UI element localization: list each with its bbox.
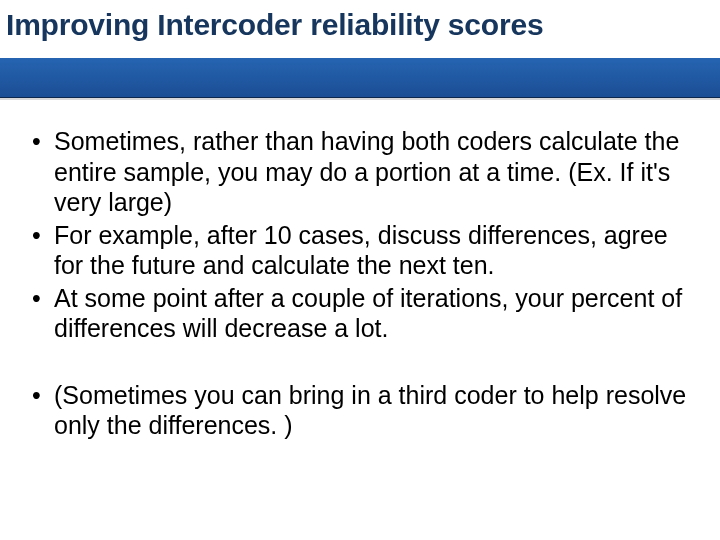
- list-item: At some point after a couple of iteratio…: [26, 283, 694, 344]
- slide-title: Improving Intercoder reliability scores: [6, 8, 543, 42]
- slide: Improving Intercoder reliability scores …: [0, 0, 720, 540]
- list-item: (Sometimes you can bring in a third code…: [26, 380, 694, 441]
- bullet-list: Sometimes, rather than having both coder…: [26, 126, 694, 344]
- list-item: Sometimes, rather than having both coder…: [26, 126, 694, 218]
- spacer: [26, 346, 694, 380]
- content-area: Sometimes, rather than having both coder…: [0, 98, 720, 441]
- list-item: For example, after 10 cases, discuss dif…: [26, 220, 694, 281]
- bullet-list-secondary: (Sometimes you can bring in a third code…: [26, 380, 694, 441]
- title-bar: Improving Intercoder reliability scores: [0, 0, 720, 98]
- title-container: Improving Intercoder reliability scores: [0, 0, 720, 58]
